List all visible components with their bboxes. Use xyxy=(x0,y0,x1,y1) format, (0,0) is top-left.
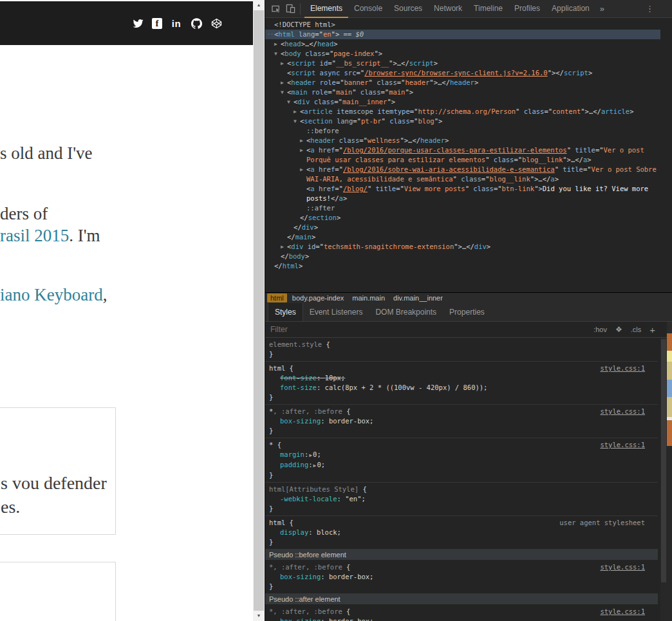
dom-node-line[interactable]: <a href="/blog/" title="View more posts"… xyxy=(265,184,660,203)
toggle-element-state-button[interactable]: :hov xyxy=(593,326,607,333)
resource-link[interactable]: /browser-sync/browser-sync-client.js?v=2… xyxy=(364,69,547,77)
element-classes-button[interactable]: .cls xyxy=(631,326,642,333)
stylesheet-link[interactable]: style.css:1 xyxy=(600,607,645,616)
page-scrollbar[interactable]: ▲ ▼ xyxy=(253,0,265,621)
css-property[interactable]: box-sizing: border-box; xyxy=(269,572,657,582)
breadcrumb-item[interactable]: div.main__inner xyxy=(390,293,446,302)
styles-scrollbar-thumb[interactable] xyxy=(661,339,666,582)
facebook-icon[interactable]: f xyxy=(152,18,162,29)
dom-node-line[interactable]: ▶<header class="wellness">…</header> xyxy=(265,136,660,145)
rule-selector-line[interactable]: * {style.css:1 xyxy=(269,440,657,450)
css-property[interactable]: display: block; xyxy=(269,528,657,537)
rule-selector-line[interactable]: *, :after, :before {style.css:1 xyxy=(269,607,657,616)
expand-arrow-icon[interactable]: ▶ xyxy=(274,39,277,49)
expand-arrow-icon[interactable]: ▶ xyxy=(300,136,303,145)
breadcrumb-item[interactable]: main.main xyxy=(349,293,388,302)
breadcrumb-item[interactable]: html xyxy=(267,293,287,302)
linkedin-icon[interactable]: in xyxy=(171,17,182,29)
blog-post-card[interactable] xyxy=(0,562,116,621)
github-icon[interactable] xyxy=(191,17,202,29)
expand-arrow-icon[interactable]: ▶ xyxy=(300,165,303,174)
dom-node-line[interactable]: </section> xyxy=(265,213,660,223)
rule-selector-line[interactable]: element.style { xyxy=(269,340,657,349)
dom-node-line[interactable]: ▼<body class="page-index"> xyxy=(265,49,660,59)
dom-node-line[interactable]: ▼<section lang="pt-br" class="blog"> xyxy=(265,116,660,126)
page-link[interactable]: iano Keyboard xyxy=(0,285,103,304)
collapse-arrow-icon[interactable]: ▼ xyxy=(281,88,284,97)
sidebar-tab-event-listeners[interactable]: Event Listeners xyxy=(303,303,369,321)
css-property[interactable]: font-size: 10px; xyxy=(269,373,657,383)
more-tabs-chevron-icon[interactable]: » xyxy=(595,1,609,17)
sidebar-tab-properties[interactable]: Properties xyxy=(443,303,491,321)
expand-arrow-icon[interactable]: ▶ xyxy=(300,145,303,155)
tab-timeline[interactable]: Timeline xyxy=(468,0,509,18)
dom-node-line[interactable]: ▼<main role="main" class="main"> xyxy=(265,88,660,97)
stylesheet-link[interactable]: style.css:1 xyxy=(600,562,645,572)
rule-selector-line[interactable]: html {style.css:1 xyxy=(269,364,657,373)
dom-node-line[interactable]: ▶<a href="/blog/2016/sobre-wai-aria-aces… xyxy=(265,165,660,184)
dom-node-line[interactable]: </body> xyxy=(265,252,660,261)
resource-link[interactable]: /blog/ xyxy=(343,185,368,192)
dom-node-line[interactable]: </div> xyxy=(265,223,660,232)
stylesheet-link[interactable]: style.css:1 xyxy=(600,364,645,373)
sidebar-tab-dom-breakpoints[interactable]: DOM Breakpoints xyxy=(369,303,443,321)
expand-arrow-icon[interactable]: ▶ xyxy=(281,59,284,68)
tab-profiles[interactable]: Profiles xyxy=(509,0,546,18)
css-property[interactable]: margin:▶0; xyxy=(269,450,657,460)
sidebar-tab-styles[interactable]: Styles xyxy=(268,303,303,321)
dom-node-line[interactable]: ::before xyxy=(265,126,660,136)
dom-node-line[interactable]: ▶<a href="/blog/2016/porque-usar-classes… xyxy=(265,145,660,165)
dom-node-line[interactable]: ▶<div id="techsmith-snagitchrome-extensi… xyxy=(265,242,660,252)
dom-node-line[interactable]: ▶<head>…</head> xyxy=(265,39,660,49)
styles-filter-input[interactable]: Filter xyxy=(270,325,585,334)
blog-post-card[interactable]: s vou defender es. xyxy=(0,407,116,535)
scroll-down-arrow-icon[interactable]: ▼ xyxy=(253,611,265,621)
dom-node-line[interactable]: ▶<article itemscope itemtype="http://sch… xyxy=(265,107,660,116)
collapse-arrow-icon[interactable]: ▼ xyxy=(287,97,290,107)
dom-node-line[interactable]: </main> xyxy=(265,232,660,242)
resource-link[interactable]: /blog/2016/porque-usar-classes-para-esti… xyxy=(343,146,567,154)
tab-elements[interactable]: Elements xyxy=(304,0,348,18)
dom-node-line[interactable]: <!DOCTYPE html> xyxy=(265,20,660,30)
expand-property-arrow-icon[interactable]: ▶ xyxy=(309,452,312,458)
collapse-arrow-icon[interactable]: ▼ xyxy=(294,116,297,126)
dom-node-line[interactable]: <script async src="/browser-sync/browser… xyxy=(265,68,660,78)
expand-arrow-icon[interactable]: ▶ xyxy=(281,242,284,252)
stylesheet-link[interactable]: style.css:1 xyxy=(600,440,645,450)
twitter-icon[interactable] xyxy=(132,17,144,29)
tab-console[interactable]: Console xyxy=(348,0,388,18)
rule-selector-line[interactable]: *, :after, :before {style.css:1 xyxy=(269,407,657,416)
tab-application[interactable]: Application xyxy=(546,0,595,18)
css-property[interactable]: padding:▶0; xyxy=(269,460,657,470)
dom-node-line[interactable]: ▶<header role="banner" class="header">…<… xyxy=(265,78,660,88)
rule-selector-line[interactable]: *, :after, :before {style.css:1 xyxy=(269,562,657,572)
expand-property-arrow-icon[interactable]: ▶ xyxy=(313,463,317,468)
dom-node-line[interactable]: ::after xyxy=(265,203,660,213)
css-property[interactable]: -webkit-locale: "en"; xyxy=(269,494,657,504)
codepen-icon[interactable] xyxy=(210,17,222,29)
inspect-element-icon[interactable] xyxy=(269,3,283,15)
device-toolbar-icon[interactable] xyxy=(283,3,297,15)
dom-node-line[interactable]: </html> xyxy=(265,261,660,271)
rule-selector-line[interactable]: html {user agent stylesheet xyxy=(269,518,657,528)
breadcrumb-item[interactable]: body.page-index xyxy=(289,293,348,302)
tab-network[interactable]: Network xyxy=(428,0,468,18)
shadow-root-diamond-icon[interactable]: ❖ xyxy=(615,325,622,334)
dom-node-line[interactable]: <html lang="en"> == $0 xyxy=(265,30,660,39)
tab-sources[interactable]: Sources xyxy=(388,0,428,18)
css-property[interactable]: font-size: calc(8px + 2 * ((100vw - 420p… xyxy=(269,383,657,393)
page-scrollbar-thumb[interactable] xyxy=(254,10,264,611)
scroll-up-arrow-icon[interactable]: ▲ xyxy=(253,0,265,10)
stylesheet-link[interactable]: style.css:1 xyxy=(600,407,645,416)
new-style-rule-button[interactable]: + xyxy=(649,324,655,335)
dom-node-line[interactable]: ▶<script id="__bs_script__">…</script> xyxy=(265,59,660,68)
page-link[interactable]: rasil 2015 xyxy=(0,226,69,245)
devtools-menu-icon[interactable]: ⋮ xyxy=(640,4,659,14)
rule-selector-line[interactable]: html[Attributes Style] { xyxy=(269,485,657,494)
css-property[interactable]: box-sizing: border-box; xyxy=(269,416,657,426)
expand-arrow-icon[interactable]: ▶ xyxy=(281,78,284,88)
expand-arrow-icon[interactable]: ▶ xyxy=(294,107,297,116)
dom-node-line[interactable]: ▼<div class="main__inner"> xyxy=(265,97,660,107)
resource-link[interactable]: /blog/2016/sobre-wai-aria-acessibilidade… xyxy=(343,165,555,173)
css-property[interactable]: box-sizing: border-box; xyxy=(269,616,657,621)
